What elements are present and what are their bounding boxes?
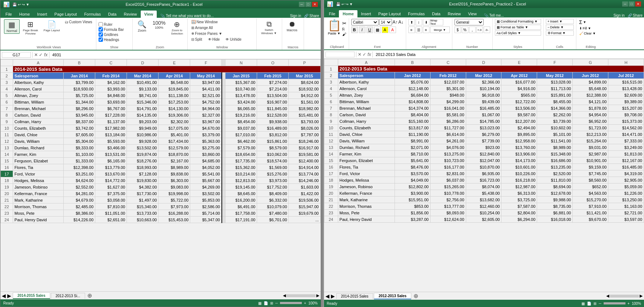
hide-btn[interactable]: 👁 Hide (207, 37, 221, 42)
save-icon[interactable]: 💾 (12, 3, 17, 7)
minimize-btn-left[interactable]: ─ (299, 2, 305, 7)
decrease-font-btn[interactable]: A↓ (399, 20, 404, 25)
save-icon-right[interactable]: 💾 (336, 2, 340, 6)
view-layout-icon-right[interactable]: 📄 (587, 302, 591, 306)
col-F-right[interactable]: F (537, 59, 573, 66)
zoom-in-icon-right[interactable]: + (628, 302, 630, 306)
merge-btn[interactable]: Merge ▼ (430, 27, 450, 33)
tab-insert-left[interactable]: Insert (33, 11, 51, 18)
customize-icon-right[interactable]: ▼ (349, 2, 353, 6)
tab-data-left[interactable]: Data (104, 11, 120, 18)
col-F-left[interactable]: F (190, 60, 222, 66)
insert-cells-btn[interactable]: + Insert ▼ (546, 19, 574, 24)
underline-btn[interactable]: U (367, 27, 373, 33)
zoom-out-icon[interactable]: ─ (275, 301, 278, 305)
bold-btn[interactable]: B (351, 27, 358, 33)
minimize-btn-right[interactable]: ─ (622, 1, 628, 7)
tell-me-right[interactable]: 📎 Tell me... (484, 13, 504, 17)
page-break-btn[interactable]: ⊞ Page BreakPreview (21, 19, 40, 36)
col-B-right[interactable]: B (395, 59, 430, 66)
macros-btn[interactable]: ⏺ Macros (284, 19, 300, 33)
tab-page-layout-left[interactable]: Page Layout (51, 11, 81, 18)
tab-data-right[interactable]: Data (428, 10, 444, 17)
font-size-select[interactable]: 14 (379, 19, 392, 25)
add-sheet-btn-left[interactable]: ⊕ (87, 292, 92, 299)
col-C-left[interactable]: C (95, 60, 127, 66)
new-window-btn[interactable]: 🪟 New Window (190, 19, 219, 25)
nav-left-btn-right[interactable]: ◀ (325, 293, 329, 299)
freeze-panes-btn[interactable]: ❄ Freeze Panes ▼ (190, 31, 224, 36)
add-sheet-btn-right[interactable]: ⊕ (413, 292, 418, 299)
format-as-table-btn[interactable]: ▦ Format as Table ▼ (495, 25, 541, 30)
sheet-area-left[interactable]: A B C D E F N O P (0, 59, 321, 291)
fill-btn[interactable]: ⬇ Fill ▼ (579, 26, 603, 31)
align-left-btn[interactable]: ≡ (408, 27, 415, 33)
tab-insert-right[interactable]: Insert (357, 10, 375, 17)
zoom-slider-right[interactable] (604, 302, 625, 304)
copy-btn[interactable]: ⎘ (342, 27, 347, 31)
zoom-out-icon-right[interactable]: ─ (599, 302, 601, 306)
col-E-left[interactable]: E (159, 60, 190, 66)
format-cells-btn[interactable]: ⚙ Format ▼ (546, 31, 574, 36)
cell-styles-btn[interactable]: Aa Cell Styles ▼ (495, 31, 541, 36)
col-A-left[interactable]: A (13, 60, 63, 66)
tab-view-left[interactable]: View (141, 11, 157, 18)
col-A-right[interactable]: A (338, 59, 395, 66)
col-C-right[interactable]: C (430, 59, 466, 66)
align-center-btn[interactable]: ☰ (416, 27, 422, 33)
cut-btn[interactable]: ✂ (342, 20, 347, 26)
tab-formulas-right[interactable]: Formulas (404, 10, 428, 17)
arrange-all-btn[interactable]: ⊞ Arrange All (190, 25, 214, 31)
share-left[interactable]: 🔗 Share (304, 14, 319, 18)
zoom-slider-left[interactable] (280, 302, 302, 304)
sign-in-right[interactable]: Sign in (613, 13, 625, 17)
clear-btn[interactable]: 🧹 Clear ▼ (579, 31, 603, 36)
col-H-right[interactable]: H (608, 59, 644, 66)
tab-home-left[interactable]: Home (16, 11, 33, 18)
tab-page-layout-right[interactable]: Page Layout (375, 10, 404, 17)
delete-cells-btn[interactable]: − Delete ▼ (546, 25, 574, 30)
redo-icon-right[interactable]: ↪ (345, 2, 348, 6)
tab-file-left[interactable]: File (2, 11, 16, 18)
paste-btn[interactable]: 📋 Paste ▼ (328, 19, 341, 35)
fill-color-btn[interactable]: A (382, 27, 388, 33)
horizontal-scroll-left[interactable] (287, 294, 316, 297)
gridlines-checkbox[interactable]: Gridlines (99, 32, 118, 37)
split-btn[interactable]: ⊟ Split (190, 37, 203, 42)
align-right-btn[interactable]: ≡ (423, 27, 429, 33)
format-painter-btn[interactable]: 🖌 (342, 32, 347, 36)
col-O-left[interactable]: O (257, 60, 289, 66)
zoom-100-btn[interactable]: 100% 100% (151, 19, 168, 30)
font-name-select[interactable]: Calibri (351, 19, 379, 25)
horizontal-scroll-right[interactable] (610, 295, 639, 298)
increase-decimal-btn[interactable]: +.0 (476, 27, 483, 33)
font-color-btn[interactable]: A (389, 27, 396, 33)
border-btn[interactable]: ▦ (374, 27, 381, 33)
number-format-select[interactable]: General (455, 19, 484, 25)
align-middle-btn[interactable]: ↕ (416, 19, 422, 25)
unhide-btn[interactable]: 👁 Unhide (224, 37, 243, 42)
customize-icon[interactable]: ▼ (26, 3, 29, 7)
share-right[interactable]: 🔗 Share (628, 13, 643, 17)
normal-view-btn[interactable]: ▦ Normal (4, 19, 20, 34)
sheet-tab-2012-left[interactable]: 2012-2013 Si... (51, 293, 85, 299)
sheet-area-right[interactable]: A B C D E F G H 1 (324, 59, 644, 292)
percent-btn[interactable]: % (462, 27, 468, 33)
decrease-decimal-btn[interactable]: .0- (484, 27, 490, 33)
increase-font-btn[interactable]: A↑ (393, 20, 398, 25)
zoom-in-icon[interactable]: + (304, 301, 306, 305)
currency-btn[interactable]: $ (455, 27, 461, 33)
scroll-right-right[interactable]: ▶ (640, 294, 643, 298)
tab-formulas-left[interactable]: Formulas (80, 11, 104, 18)
redo-icon[interactable]: ↪ (22, 3, 25, 7)
col-B-left[interactable]: B (63, 60, 95, 66)
view-layout-icon[interactable]: 📄 (264, 301, 268, 305)
name-box-left[interactable] (2, 52, 31, 58)
ruler-checkbox[interactable]: Ruler (99, 22, 113, 27)
nav-left-btn[interactable]: ◀ (2, 293, 6, 299)
col-N-left[interactable]: N (225, 60, 257, 66)
zoom-selection-btn[interactable]: ⊕ Zoom toSelection (169, 19, 185, 36)
tab-review-left[interactable]: Review (120, 11, 140, 18)
view-break-icon-right[interactable]: ⊞ (593, 302, 596, 306)
col-G-right[interactable]: G (573, 59, 608, 66)
